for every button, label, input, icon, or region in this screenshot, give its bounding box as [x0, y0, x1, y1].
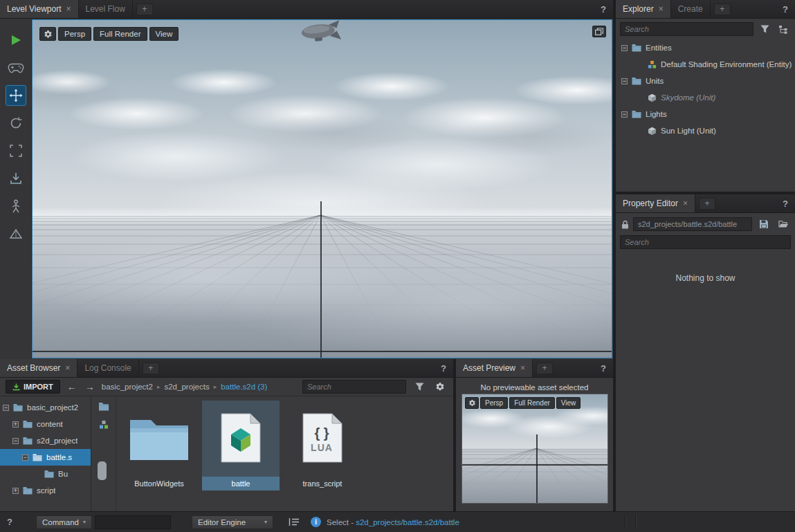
help-icon[interactable]: ? [776, 4, 795, 15]
tree-item-basic-project2[interactable]: − basic_project2 [0, 399, 91, 416]
property-search-input[interactable] [620, 235, 791, 249]
help-icon[interactable]: ? [594, 363, 613, 374]
help-icon[interactable]: ? [7, 517, 12, 527]
tree-item-skydome[interactable]: Skydome (Unit) [616, 89, 795, 106]
help-icon[interactable]: ? [776, 199, 795, 209]
new-tab-button[interactable]: + [536, 363, 553, 374]
rotate-tool-button[interactable] [6, 113, 26, 134]
import-button[interactable]: IMPORT [6, 380, 60, 394]
import-asset-button[interactable] [6, 168, 26, 189]
close-icon[interactable]: × [659, 4, 664, 14]
viewport-settings-button[interactable] [39, 27, 56, 41]
info-icon: i [311, 517, 321, 527]
preview-viewport[interactable]: Persp Full Render View [462, 394, 608, 504]
tab-level-flow[interactable]: Level Flow [79, 0, 133, 18]
help-icon[interactable]: ? [594, 4, 613, 15]
asset-path-field[interactable]: s2d_projects/battle.s2d/battle [633, 217, 752, 231]
save-button[interactable] [756, 217, 771, 231]
engine-dropdown[interactable]: Editor Engine ▾ [192, 515, 273, 529]
asset-label: trans_script [284, 477, 361, 490]
preview-render-mode-button[interactable]: Full Render [509, 397, 555, 409]
terrain-tool-button[interactable] [6, 223, 26, 244]
unit-icon [648, 127, 657, 136]
drop-arrow-icon [10, 172, 22, 185]
new-tab-button[interactable]: + [136, 3, 153, 15]
console-list-button[interactable] [289, 517, 300, 526]
tree-item-sun-light[interactable]: Sun Light (Unit) [616, 122, 795, 139]
collapse-toggle-icon[interactable]: − [621, 78, 628, 84]
close-icon[interactable]: × [66, 4, 71, 14]
expand-toggle-icon[interactable]: + [12, 421, 19, 428]
tree-item-script[interactable]: + script [0, 482, 91, 499]
tab-property-editor[interactable]: Property Editor × [616, 194, 695, 212]
help-icon[interactable]: ? [434, 363, 453, 374]
scale-tool-button[interactable] [6, 140, 26, 161]
collapse-toggle-icon[interactable]: − [621, 111, 628, 118]
tab-level-viewport[interactable]: Level Viewport × [0, 0, 79, 18]
render-mode-button[interactable]: Full Render [93, 27, 147, 41]
browser-settings-button[interactable] [432, 380, 448, 394]
expand-toggle-icon[interactable]: + [12, 488, 19, 494]
close-icon[interactable]: × [520, 363, 525, 373]
command-dropdown[interactable]: Command ▾ [36, 515, 92, 529]
view-menu-button[interactable]: View [149, 27, 179, 41]
lock-icon[interactable] [621, 220, 629, 229]
tab-log-console[interactable]: Log Console [77, 359, 138, 377]
tab-create[interactable]: Create [671, 0, 711, 18]
tree-view-button[interactable] [776, 22, 791, 36]
new-tab-button[interactable]: + [714, 3, 731, 15]
breadcrumb-separator-icon: ▸ [157, 383, 161, 390]
tree-item-default-shading-environment[interactable]: Default Shading Environment (Entity) [616, 56, 795, 73]
asset-tile-buttonwidgets[interactable]: ButtonWidgets [120, 401, 198, 490]
tree-item-units[interactable]: − Units [616, 73, 795, 89]
preview-view-menu-button[interactable]: View [556, 397, 581, 409]
collapse-toggle-icon[interactable]: − [3, 405, 9, 411]
tree-item-buttonwidgets[interactable]: Bu [0, 466, 91, 482]
preview-settings-button[interactable] [465, 397, 479, 409]
scrollbar-thumb[interactable] [98, 461, 107, 480]
move-tool-button[interactable] [6, 85, 26, 106]
tab-label: Asset Browser [7, 363, 60, 373]
play-button[interactable] [6, 30, 26, 51]
maximize-viewport-button[interactable] [592, 26, 606, 37]
collapse-toggle-icon[interactable]: − [22, 455, 28, 461]
tab-asset-browser[interactable]: Asset Browser × [0, 359, 77, 377]
forward-button[interactable]: → [84, 381, 96, 392]
status-link[interactable]: s2d_projects/battle.s2d/battle [356, 518, 459, 526]
camera-mode-button[interactable]: Persp [58, 27, 91, 41]
tab-explorer[interactable]: Explorer × [616, 0, 671, 18]
gamepad-button[interactable] [6, 57, 26, 78]
tree-item-battle-s2d-selected[interactable]: − battle.s [0, 449, 91, 466]
breadcrumb-item[interactable]: basic_project2 [102, 383, 153, 391]
property-search-row [616, 233, 795, 253]
breadcrumb-item[interactable]: s2d_projects [164, 383, 209, 391]
close-icon[interactable]: × [65, 363, 70, 373]
preview-camera-mode-button[interactable]: Persp [480, 397, 508, 409]
tree-item-content[interactable]: + content [0, 416, 91, 432]
folder-icon [44, 470, 54, 478]
collapse-toggle-icon[interactable]: − [621, 45, 628, 51]
folder-icon [23, 420, 33, 428]
breadcrumb-item-current[interactable]: battle.s2d (3) [221, 383, 267, 391]
character-tool-button[interactable] [6, 196, 26, 217]
collapse-toggle-icon[interactable]: − [12, 438, 19, 444]
filter-button[interactable] [757, 22, 772, 36]
viewport-3d[interactable]: Persp Full Render View [32, 19, 612, 358]
filter-button[interactable] [412, 380, 427, 394]
command-input[interactable] [95, 515, 171, 529]
tab-asset-preview[interactable]: Asset Preview × [456, 359, 533, 377]
back-button[interactable]: ← [66, 381, 78, 392]
new-tab-button[interactable]: + [143, 363, 159, 374]
explorer-search-input[interactable] [620, 22, 753, 36]
airship-model[interactable] [299, 20, 343, 45]
asset-search-input[interactable] [302, 380, 406, 394]
asset-tile-trans-script[interactable]: { } LUA trans_script [284, 401, 361, 490]
explorer-search-row [616, 19, 795, 39]
close-icon[interactable]: × [683, 199, 688, 208]
tree-item-s2d-projects[interactable]: − s2d_project [0, 432, 91, 449]
new-tab-button[interactable]: + [699, 198, 715, 210]
asset-tile-battle-selected[interactable]: battle [202, 401, 280, 490]
tree-item-lights[interactable]: − Lights [616, 106, 795, 122]
tree-item-entities[interactable]: − Entities [616, 39, 795, 56]
browse-button[interactable] [776, 217, 791, 231]
